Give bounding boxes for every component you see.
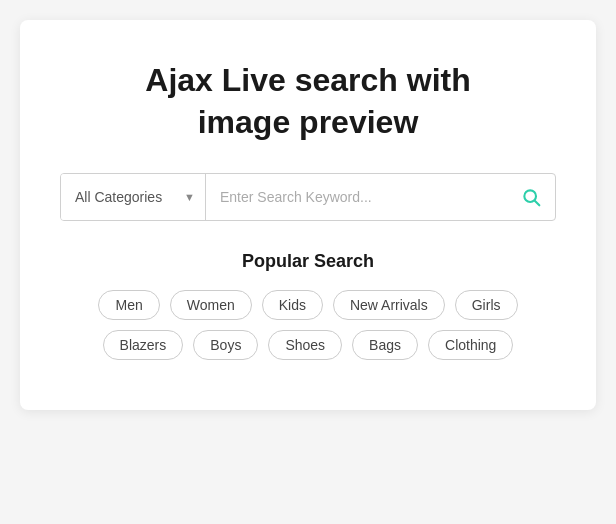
page-title: Ajax Live search with image preview [60,60,556,143]
tags-container: MenWomenKidsNew ArrivalsGirlsBlazersBoys… [60,290,556,360]
popular-tag[interactable]: Clothing [428,330,513,360]
search-icon [521,187,541,207]
popular-tag[interactable]: Kids [262,290,323,320]
popular-tag[interactable]: Shoes [268,330,342,360]
popular-tag[interactable]: Men [98,290,159,320]
popular-tag[interactable]: Boys [193,330,258,360]
svg-line-1 [535,201,540,206]
popular-tag[interactable]: Bags [352,330,418,360]
popular-tag[interactable]: Girls [455,290,518,320]
category-select-wrapper[interactable]: All CategoriesMenWomenKidsNew ArrivalsGi… [61,174,206,220]
chevron-down-icon: ▼ [184,191,195,203]
popular-title: Popular Search [60,251,556,272]
search-input[interactable] [206,177,507,217]
popular-tag[interactable]: Women [170,290,252,320]
search-button[interactable] [507,174,555,220]
popular-section: Popular Search MenWomenKidsNew ArrivalsG… [60,251,556,360]
search-bar: All CategoriesMenWomenKidsNew ArrivalsGi… [60,173,556,221]
category-select[interactable]: All CategoriesMenWomenKidsNew ArrivalsGi… [75,189,178,205]
main-card: Ajax Live search with image preview All … [20,20,596,410]
popular-tag[interactable]: New Arrivals [333,290,445,320]
popular-tag[interactable]: Blazers [103,330,184,360]
